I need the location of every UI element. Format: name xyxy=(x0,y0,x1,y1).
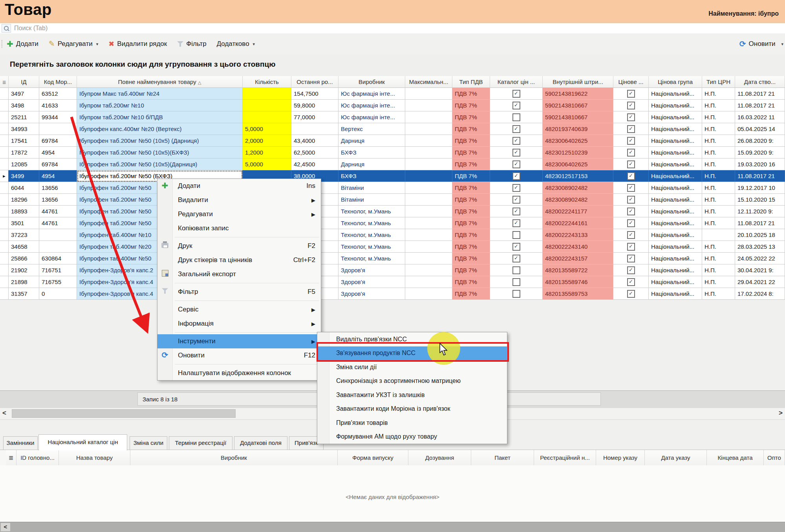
cell-barcode[interactable]: 4820135589722 xyxy=(543,264,613,276)
cell-code[interactable]: 0 xyxy=(39,288,77,300)
cell-crn[interactable]: Н.П. xyxy=(702,88,735,100)
cell-qty[interactable]: 2,0000 xyxy=(243,135,291,147)
cell-crn[interactable]: Н.П. xyxy=(702,182,735,194)
column-header-barcode[interactable]: Внутрішній штри... xyxy=(543,76,613,88)
cell-price[interactable]: ✓ xyxy=(613,264,649,276)
cell-manuf[interactable]: Здоров'я xyxy=(339,288,405,300)
price-checkbox[interactable]: ✓ xyxy=(627,160,635,168)
cell-vat[interactable]: ПДВ 7% xyxy=(452,253,490,264)
cell-catalog[interactable]: ✓ xyxy=(490,182,543,194)
cell-price[interactable]: ✓ xyxy=(613,288,649,300)
cell-manuf[interactable]: Вітаміни xyxy=(339,182,405,194)
cell-pgroup[interactable]: Національний... xyxy=(649,217,702,229)
cell-price[interactable]: ✓ xyxy=(613,253,649,264)
price-checkbox[interactable]: ✓ xyxy=(627,231,635,239)
scrollbar-thumb[interactable] xyxy=(12,409,236,418)
column-header-catalog[interactable]: Каталог цін ... xyxy=(490,76,543,88)
table-row[interactable]: 1889344761Ібупрофен таб.200мг №50Техноло… xyxy=(0,206,785,217)
detail-column-header[interactable]: Номер указу xyxy=(596,450,645,466)
cell-id[interactable]: 12085 xyxy=(9,159,39,170)
cell-date[interactable]: 20.10.2025 18 xyxy=(735,229,785,241)
column-header-crn[interactable]: Тип ЦРН xyxy=(702,76,735,88)
cell-pgroup[interactable]: Національний... xyxy=(649,111,702,123)
submenu-item-4[interactable]: Завантажити УКЗТ із залишків xyxy=(317,388,507,402)
cell-name[interactable]: Ібупром Макс таб.400мг №24 xyxy=(77,88,243,100)
toolbar-overflow-icon[interactable]: ▾ xyxy=(781,42,783,47)
detail-column-header[interactable]: Форма випуску xyxy=(338,450,408,466)
detail-column-header[interactable]: Дата указу xyxy=(645,450,707,466)
cell-ind[interactable] xyxy=(0,88,9,100)
cell-vat[interactable]: ПДВ 7% xyxy=(452,241,490,253)
cell-last[interactable]: 77,0000 xyxy=(291,111,339,123)
table-row[interactable]: 350144761Ібупрофен таб.200мг №50Технолог… xyxy=(0,217,785,229)
cell-crn[interactable]: Н.П. xyxy=(702,206,735,217)
price-checkbox[interactable]: ✓ xyxy=(627,255,635,262)
tab-4[interactable]: Додаткові поля xyxy=(234,436,287,450)
cell-id[interactable]: 3497 xyxy=(9,88,39,100)
cell-pgroup[interactable]: Національний... xyxy=(649,264,702,276)
catalog-checkbox[interactable]: ✓ xyxy=(512,255,520,262)
cell-id[interactable]: 25866 xyxy=(9,253,39,264)
cell-ind[interactable] xyxy=(0,111,9,123)
cell-qty[interactable]: 5,0000 xyxy=(243,159,291,170)
cell-barcode[interactable]: 4823006402625 xyxy=(543,159,613,170)
cell-manuf[interactable]: Технолог, м.Умань xyxy=(339,217,405,229)
cell-ind[interactable] xyxy=(0,288,9,300)
column-header-name[interactable]: Повне найменування товару △ xyxy=(77,76,243,88)
cell-catalog[interactable] xyxy=(490,276,543,288)
cell-id[interactable]: 3499 xyxy=(9,170,39,182)
cell-name[interactable]: Ібупрофен таб.200мг №50 (10х5) (Дарниця) xyxy=(77,135,243,147)
cell-manuf[interactable]: Дарниця xyxy=(339,135,405,147)
cell-price[interactable]: ✓ xyxy=(613,217,649,229)
cell-crn[interactable]: Н.П. xyxy=(702,288,735,300)
cell-price[interactable]: ✓ xyxy=(613,206,649,217)
cell-catalog[interactable] xyxy=(490,288,543,300)
cell-pgroup[interactable]: Національний... xyxy=(649,194,702,206)
cell-code[interactable]: 63512 xyxy=(39,88,77,100)
cell-ind[interactable] xyxy=(0,217,9,229)
cell-catalog[interactable]: ✓ xyxy=(490,217,543,229)
cell-id[interactable]: 21902 xyxy=(9,264,39,276)
price-checkbox[interactable]: ✓ xyxy=(627,266,635,274)
cell-date[interactable]: 26.08.2020 9: xyxy=(735,135,785,147)
price-checkbox[interactable]: ✓ xyxy=(627,219,635,227)
menu-item-14[interactable]: Інструменти▶ xyxy=(157,334,321,348)
cell-vat[interactable]: ПДВ 7% xyxy=(452,264,490,276)
cell-last[interactable]: 154,7500 xyxy=(291,88,339,100)
cell-crn[interactable]: Н.П. xyxy=(702,123,735,135)
cell-manuf[interactable]: Юс фармація інте... xyxy=(339,100,405,111)
cell-vat[interactable]: ПДВ 7% xyxy=(452,276,490,288)
cell-price[interactable]: ✓ xyxy=(613,229,649,241)
cell-max[interactable] xyxy=(405,111,452,123)
cell-pgroup[interactable]: Національний... xyxy=(649,276,702,288)
cell-catalog[interactable]: ✓ xyxy=(490,88,543,100)
grid-options-icon[interactable]: ≣ xyxy=(6,450,16,466)
cell-code[interactable]: 13656 xyxy=(39,182,77,194)
cell-ind[interactable] xyxy=(0,159,9,170)
catalog-checkbox[interactable]: ✓ xyxy=(512,149,520,157)
cell-max[interactable] xyxy=(405,241,452,253)
cell-ind[interactable] xyxy=(0,123,9,135)
cell-id[interactable]: 34658 xyxy=(9,241,39,253)
cell-pgroup[interactable]: Національний... xyxy=(649,170,702,182)
cell-catalog[interactable] xyxy=(490,229,543,241)
cell-max[interactable] xyxy=(405,206,452,217)
cell-max[interactable] xyxy=(405,170,452,182)
cell-id[interactable]: 34993 xyxy=(9,123,39,135)
cell-catalog[interactable]: ✓ xyxy=(490,253,543,264)
cell-code[interactable] xyxy=(39,241,77,253)
cell-catalog[interactable]: ✓ xyxy=(490,159,543,170)
price-checkbox[interactable]: ✓ xyxy=(627,208,635,215)
cell-id[interactable]: 18296 xyxy=(9,194,39,206)
edit-button[interactable]: ✎Редагувати▾ xyxy=(49,40,98,48)
cell-pgroup[interactable]: Національний... xyxy=(649,100,702,111)
price-checkbox[interactable]: ✓ xyxy=(627,137,635,145)
cell-crn[interactable]: Н.П. xyxy=(702,170,735,182)
cell-manuf[interactable]: Юс фармація інте... xyxy=(339,88,405,100)
cell-catalog[interactable]: ✓ xyxy=(490,147,543,159)
cell-date[interactable]: 11.08.2017 21 xyxy=(735,170,785,182)
scroll-right-icon[interactable]: > xyxy=(779,409,783,417)
cell-ind[interactable] xyxy=(0,241,9,253)
price-checkbox[interactable]: ✓ xyxy=(627,113,635,121)
cell-max[interactable] xyxy=(405,264,452,276)
